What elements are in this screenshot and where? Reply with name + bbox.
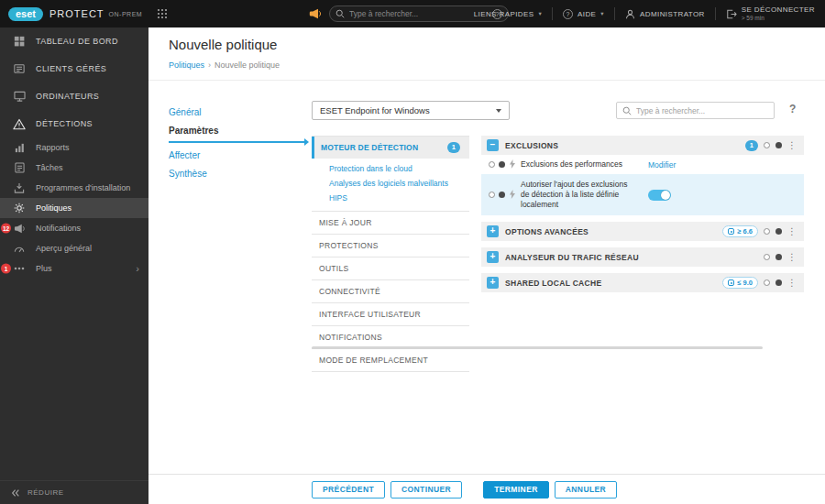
active-step-indicator: [169, 141, 304, 143]
toggle-switch-on[interactable]: [648, 190, 671, 201]
category-label: MOTEUR DE DÉTECTION: [321, 143, 418, 152]
user-menu[interactable]: ADMINISTRATOR: [615, 0, 715, 27]
topbar: eset PROTECT ON-PREM ? LIENS RAPIDES ▾: [0, 0, 825, 27]
wizard-step-synthese[interactable]: Synthèse: [148, 164, 310, 182]
sidebar-item-label: Aperçu général: [36, 244, 92, 253]
sidebar-item-programmes-installation[interactable]: Programmes d'installation: [0, 178, 148, 198]
cancel-button[interactable]: ANNULER: [555, 481, 617, 499]
sidebar-item-detections[interactable]: DÉTECTIONS: [0, 110, 148, 137]
section-analyseur-trafic-reseau: + ANALYSEUR DU TRAFIC RÉSEAU ⋮: [481, 247, 804, 267]
more-count-badge: 1: [1, 264, 11, 274]
force-flag-icon[interactable]: [776, 142, 782, 148]
apply-flag-icon[interactable]: [764, 254, 770, 260]
collapse-chevrons-icon: [11, 488, 20, 498]
wizard-footer: PRÉCÉDENT CONTINUER TERMINER ANNULER: [148, 474, 825, 504]
sidebar-item-politiques[interactable]: Politiques: [0, 198, 148, 218]
force-flag-icon[interactable]: [499, 192, 505, 198]
wizard-step-affecter[interactable]: Affecter: [148, 146, 310, 164]
setting-label: Exclusions des performances: [521, 159, 638, 170]
menu-dots-icon[interactable]: ⋮: [787, 227, 797, 236]
sidebar-item-label: Politiques: [36, 203, 72, 213]
apply-flag-icon[interactable]: [764, 142, 770, 148]
apply-flag-icon[interactable]: [764, 279, 770, 286]
sidebar-item-plus[interactable]: 1 Plus ›: [0, 258, 148, 279]
logout-button[interactable]: SE DÉCONNECTER > 59 min: [716, 0, 825, 27]
more-dots-icon: [11, 267, 28, 270]
apply-flag-icon[interactable]: [489, 192, 495, 198]
chevron-down-icon: ▾: [600, 10, 604, 17]
force-flag-icon[interactable]: [776, 279, 782, 286]
category-moteur-de-detection[interactable]: MOTEUR DE DÉTECTION 1: [312, 137, 469, 159]
quick-links-menu[interactable]: LIENS RAPIDES ▾: [464, 0, 552, 27]
settings-sections: − EXCLUSIONS 1 ⋮ Exclusions d: [481, 136, 804, 299]
category-outils[interactable]: OUTILS: [312, 257, 469, 280]
category-analyses-logiciels[interactable]: Analyses des logiciels malveillants: [312, 176, 469, 191]
finish-button[interactable]: TERMINER: [483, 481, 549, 499]
sidebar: TABLEAU DE BORD CLIENTS GÉRÉS ORDINATEUR…: [0, 27, 148, 504]
section-exclusions-header[interactable]: − EXCLUSIONS 1 ⋮: [481, 136, 804, 155]
apps-grid-icon[interactable]: [157, 8, 168, 19]
user-icon: [625, 9, 635, 19]
previous-button[interactable]: PRÉCÉDENT: [312, 481, 385, 499]
modifier-link[interactable]: Modifier: [648, 160, 676, 170]
help-menu[interactable]: ? AIDE ▾: [553, 0, 614, 27]
breadcrumb-parent-link[interactable]: Politiques: [169, 60, 204, 70]
menu-dots-icon[interactable]: ⋮: [787, 253, 797, 262]
settings-help-button[interactable]: ?: [789, 103, 796, 115]
chevron-right-icon: ›: [136, 264, 139, 274]
sidebar-item-taches[interactable]: Tâches: [0, 158, 148, 178]
sidebar-item-clients-geres[interactable]: CLIENTS GÉRÉS: [0, 55, 148, 82]
category-mise-a-jour[interactable]: MISE À JOUR: [312, 212, 469, 235]
category-interface-utilisateur[interactable]: INTERFACE UTILISATEUR: [312, 303, 469, 326]
sidebar-item-rapports[interactable]: Rapports: [0, 137, 148, 158]
collapse-label: RÉDUIRE: [28, 488, 64, 497]
section-shared-local-cache-header[interactable]: + SHARED LOCAL CACHE ≤ 9.0 ⋮: [481, 273, 804, 292]
menu-dots-icon[interactable]: ⋮: [787, 279, 797, 288]
product-version-icon: [728, 279, 734, 286]
product-version-icon: [728, 228, 734, 235]
section-title: SHARED LOCAL CACHE: [505, 279, 601, 288]
expand-icon[interactable]: +: [487, 277, 499, 289]
category-changes-badge: 1: [447, 142, 460, 153]
horizontal-scrollbar[interactable]: [312, 346, 763, 349]
wizard-step-general[interactable]: Général: [148, 103, 310, 121]
category-mode-remplacement[interactable]: MODE DE REMPLACEMENT: [312, 349, 469, 372]
wizard-step-parametres[interactable]: Paramètres: [148, 121, 310, 139]
sidebar-item-apercu-general[interactable]: Aperçu général: [0, 238, 148, 258]
force-flag-icon[interactable]: [499, 161, 505, 168]
setting-row-performance-exclusions: Exclusions des performances Modifier: [481, 155, 804, 174]
sidebar-item-label: ORDINATEURS: [36, 92, 99, 101]
setting-label: Autoriser l'ajout des exclusions de déte…: [521, 180, 638, 210]
sidebar-item-label: TABLEAU DE BORD: [36, 37, 118, 46]
menu-dots-icon[interactable]: ⋮: [787, 141, 797, 150]
version-text: ≤ 9.0: [737, 279, 753, 287]
force-flag-icon[interactable]: [776, 228, 782, 235]
sidebar-item-tableau-de-bord[interactable]: TABLEAU DE BORD: [0, 27, 148, 55]
sidebar-item-notifications[interactable]: 12 Notifications: [0, 218, 148, 238]
sidebar-item-ordinateurs[interactable]: ORDINATEURS: [0, 82, 148, 110]
apply-flag-icon[interactable]: [489, 161, 495, 168]
settings-search-input[interactable]: [636, 106, 768, 115]
help-label: AIDE: [578, 10, 596, 18]
chevron-down-icon: ▾: [538, 10, 542, 17]
section-options-avancees-header[interactable]: + OPTIONS AVANCÉES ≥ 6.6 ⋮: [481, 222, 804, 241]
apply-flag-icon[interactable]: [764, 228, 770, 235]
expand-icon[interactable]: +: [487, 225, 499, 237]
product-select[interactable]: ESET Endpoint for Windows: [312, 101, 510, 120]
category-hips[interactable]: HIPS: [312, 191, 469, 205]
announcements-icon[interactable]: [309, 8, 321, 19]
category-connectivite[interactable]: CONNECTIVITÉ: [312, 280, 469, 303]
expand-icon[interactable]: +: [487, 251, 499, 263]
continue-button[interactable]: CONTINUER: [390, 481, 462, 499]
category-children: Protection dans le cloud Analyses des lo…: [312, 159, 469, 212]
force-flag-icon[interactable]: [776, 254, 782, 260]
category-protection-cloud[interactable]: Protection dans le cloud: [312, 161, 469, 176]
category-protections[interactable]: PROTECTIONS: [312, 235, 469, 257]
section-options-avancees: + OPTIONS AVANCÉES ≥ 6.6 ⋮: [481, 222, 804, 241]
settings-search[interactable]: [616, 102, 775, 119]
collapse-icon[interactable]: −: [487, 139, 499, 151]
policies-gear-icon: [11, 203, 28, 214]
section-analyseur-trafic-reseau-header[interactable]: + ANALYSEUR DU TRAFIC RÉSEAU ⋮: [481, 247, 804, 267]
topbar-right: LIENS RAPIDES ▾ ? AIDE ▾ ADMINISTRATOR: [464, 0, 825, 27]
sidebar-collapse-button[interactable]: RÉDUIRE: [0, 480, 148, 504]
